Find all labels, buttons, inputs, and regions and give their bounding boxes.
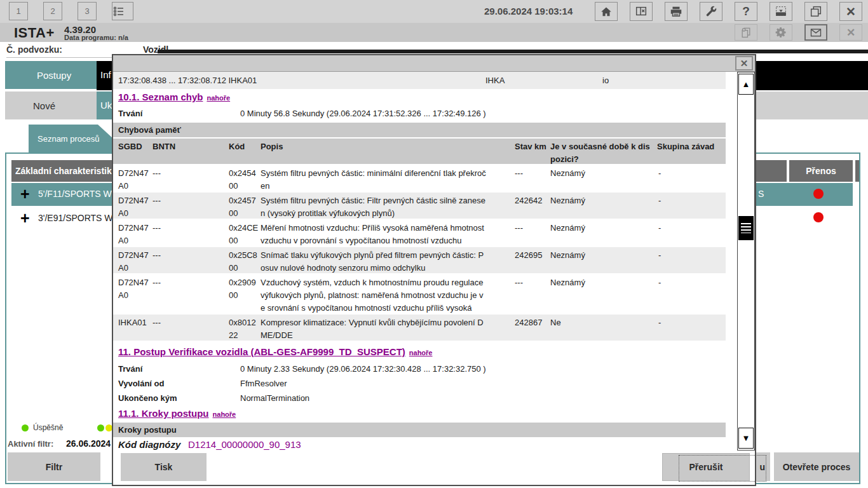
help-button[interactable]: ?: [735, 2, 757, 21]
switch-windows-button[interactable]: [804, 2, 827, 21]
home-button[interactable]: [595, 2, 618, 21]
process-row-label: 3'/E91/SPORTS W: [38, 213, 113, 223]
workspace-tab-1[interactable]: 1: [9, 2, 28, 20]
steps-caption: Kroky postupu: [118, 425, 177, 435]
section-11-link[interactable]: 11. Postup Verifikace vozidla (ABL-GES-A…: [118, 346, 405, 357]
cell-stav: 242867: [515, 316, 549, 329]
top-link[interactable]: nahoře: [207, 94, 230, 102]
cell-bntn: ---: [153, 194, 227, 207]
collapse-window-icon: [774, 4, 788, 18]
process-row-fragment: S: [758, 189, 764, 199]
log-time-text: 17:32:08.438 ... 17:32:08.712 IHKA01: [118, 76, 257, 85]
dialog-close-button[interactable]: ✕: [735, 56, 753, 71]
scroll-down-button[interactable]: ▼: [738, 428, 754, 449]
cell-stav: ---: [515, 222, 549, 234]
top-link[interactable]: nahoře: [213, 410, 236, 418]
close-app-button[interactable]: ✕: [839, 2, 862, 21]
minimize-panel-button[interactable]: [770, 2, 792, 21]
active-filter-label: Aktivní filtr:: [8, 439, 53, 449]
up-arrow-icon: ▲: [742, 79, 750, 89]
gear-icon: [775, 26, 787, 39]
fault-row[interactable]: D72N47 A0 --- 0x24CE 00 Měření hmotnosti…: [113, 220, 726, 247]
filter-button[interactable]: Filtr: [8, 452, 100, 481]
column-header-prenos[interactable]: Přenos: [789, 160, 853, 182]
cell-kod: 0x2909 00: [229, 276, 259, 302]
cell-popis: Kompresor klimatizace: Vypnutí kvůli chy…: [261, 316, 515, 342]
legend-success-label: Úspěšně: [33, 423, 63, 432]
abort-button[interactable]: Přerušit: [662, 453, 750, 481]
cell-skupina: -: [658, 222, 724, 234]
section-10-1-link[interactable]: 10.1. Seznam chyb: [118, 92, 203, 102]
cell-popis: Systém filtru pevných částic: minimální …: [261, 167, 515, 193]
settings-button[interactable]: [770, 24, 792, 41]
header-popis: Popis: [261, 140, 515, 153]
subheader-action-fragment: Uk: [100, 100, 112, 111]
print-button[interactable]: [665, 2, 688, 21]
cell-dispo: Neznámý: [550, 167, 656, 180]
fault-row[interactable]: D72N47 A0 --- 0x2454 00 Systém filtru pe…: [113, 165, 726, 193]
log-row: 17:32:08.438 ... 17:32:08.712 IHKA01 IHK…: [113, 72, 726, 89]
close-disabled-button[interactable]: ✕: [839, 24, 862, 41]
cell-dispo: Neznámý: [550, 222, 656, 234]
fault-table-header: SGBD BNTN Kód Popis Stav km Je v současn…: [113, 139, 726, 164]
section-heading-11-1: 11.1. Kroky postupunahoře: [118, 408, 236, 419]
column-header-label: Základní charakteristik: [15, 166, 112, 176]
column-header-label: Přenos: [806, 166, 836, 176]
fault-row[interactable]: IHKA01 --- 0x8012 22 Kompresor klimatiza…: [113, 315, 726, 342]
chassis-number-label: Č. podvozku:: [6, 44, 116, 58]
header-stav-km: Stav km: [515, 140, 549, 153]
open-process-button[interactable]: Otevřete proces: [774, 452, 859, 481]
cell-kod: 0x24CE 00: [229, 222, 259, 247]
question-icon: ?: [742, 4, 750, 18]
session-list-button[interactable]: [112, 2, 133, 20]
message-button[interactable]: [804, 24, 827, 41]
cell-bntn: ---: [153, 276, 227, 289]
cell-sgbd: D72N47 A0: [118, 222, 151, 247]
close-operation-button[interactable]: [630, 2, 653, 21]
top-toolbar: 1 2 3 29.06.2024 19:03:14: [0, 0, 868, 23]
workspace-tab-3[interactable]: 3: [78, 2, 97, 20]
transfer-status-dot: [813, 189, 824, 199]
window-close-icon: [634, 4, 648, 18]
active-filter-value: 26.06.2024: [66, 438, 111, 449]
cell-dispo: Neznámý: [550, 249, 656, 262]
tab-nove[interactable]: Nové: [5, 92, 97, 119]
cell-dispo: Neznámý: [550, 276, 656, 289]
header-sgbd: SGBD: [118, 140, 151, 153]
fault-row[interactable]: D72N47 A0 --- 0x25C8 00 Snímač tlaku výf…: [113, 247, 726, 274]
cell-skupina: -: [658, 276, 724, 289]
ended-by-value: NormalTermination: [240, 393, 309, 403]
cell-popis: Vzduchový systém, vzduch k hmotnostnímu …: [261, 276, 515, 315]
vehicle-title-fragment: Inf: [100, 69, 111, 80]
report-button[interactable]: [735, 24, 757, 41]
ended-by-label: Ukončeno kým: [118, 393, 177, 403]
diagnosis-code-value: D1214_00000000_90_913: [188, 439, 301, 450]
scrollbar-thumb[interactable]: [738, 216, 754, 240]
cell-skupina: -: [658, 167, 724, 180]
expand-icon[interactable]: +: [20, 187, 30, 200]
fault-row[interactable]: D72N47 A0 --- 0x2909 00 Vzduchový systém…: [113, 274, 726, 315]
tools-button[interactable]: [700, 2, 722, 21]
cell-skupina: -: [658, 316, 724, 329]
tab-nove-label: Nové: [33, 100, 55, 111]
expand-icon[interactable]: +: [20, 212, 30, 224]
protocol-dialog: ✕ 17:32:08.438 ... 17:32:08.712 IHKA01 I…: [112, 54, 756, 486]
legend-success-dot: [22, 424, 29, 431]
tab-seznam-procesu[interactable]: Seznam procesů: [29, 125, 113, 152]
print-protocol-button[interactable]: Tisk: [121, 453, 207, 481]
data-program-value: n/a: [118, 34, 128, 41]
workspace-tab-2[interactable]: 2: [43, 2, 62, 20]
section-11-1-link[interactable]: 11.1. Kroky postupu: [118, 408, 209, 419]
dialog-titlebar[interactable]: [113, 55, 755, 72]
tab-postupy[interactable]: Postupy: [5, 61, 97, 89]
printer-icon: [669, 4, 683, 18]
header-dispo: Je v současné době k dis pozici?: [550, 140, 656, 166]
top-link[interactable]: nahoře: [409, 349, 433, 356]
log-ecu: IHKA: [485, 76, 505, 85]
list-icon: [112, 5, 133, 18]
cell-sgbd: IHKA01: [118, 316, 151, 329]
fault-row[interactable]: D72N47 A0 --- 0x2457 00 Systém filtru pe…: [113, 193, 726, 220]
cell-dispo: Ne: [550, 316, 656, 329]
scroll-up-button[interactable]: ▲: [738, 74, 754, 95]
dialog-scrollbar[interactable]: ▲ ▼: [737, 72, 755, 451]
